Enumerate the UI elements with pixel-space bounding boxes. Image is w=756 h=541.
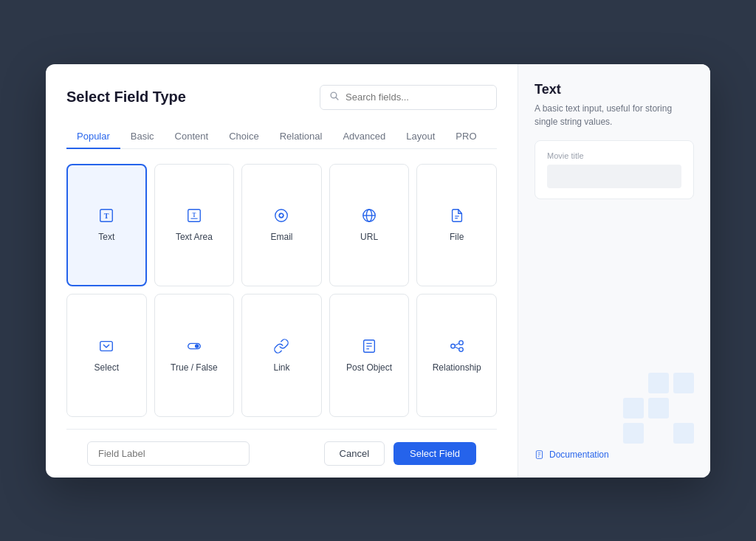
field-label-link: Link <box>273 362 289 373</box>
ghost-cell <box>648 423 669 444</box>
field-card-email[interactable]: Email <box>241 164 322 287</box>
field-label-input[interactable] <box>87 441 250 466</box>
search-icon <box>329 91 340 104</box>
file-icon <box>449 207 465 226</box>
preview-description: A basic text input, useful for storing s… <box>535 102 694 128</box>
tab-pro[interactable]: PRO <box>445 125 487 149</box>
svg-rect-14 <box>100 341 113 351</box>
cancel-button[interactable]: Cancel <box>324 441 385 466</box>
field-card-select[interactable]: Select <box>66 294 147 417</box>
documentation-link[interactable]: Documentation <box>535 449 694 460</box>
field-label-post-object: Post Object <box>346 362 392 373</box>
field-card-text[interactable]: T Text <box>66 164 147 287</box>
textarea-icon: T <box>186 207 202 226</box>
field-grid: T Text T Text Area <box>66 149 497 429</box>
url-icon <box>361 207 377 226</box>
field-label-relationship: Relationship <box>433 362 481 373</box>
field-label-true-false: True / False <box>171 362 218 373</box>
field-label-file: File <box>450 232 464 242</box>
ghost-cell <box>673 398 694 418</box>
field-card-true-false[interactable]: True / False <box>154 294 235 417</box>
select-field-button[interactable]: Select Field <box>394 442 476 465</box>
ghost-cell <box>623 373 644 393</box>
link-icon <box>273 338 289 356</box>
footer-row: Cancel Select Field <box>66 429 497 478</box>
svg-point-8 <box>275 210 288 222</box>
preview-card: Movie title <box>535 140 694 199</box>
post-object-icon <box>361 338 377 356</box>
svg-point-16 <box>195 344 199 348</box>
ghost-cell <box>648 373 669 393</box>
preview-field-label: Movie title <box>547 151 681 160</box>
svg-line-25 <box>455 347 459 349</box>
preview-title: Text <box>535 82 694 97</box>
text-icon: T <box>98 207 114 226</box>
modal-title: Select Field Type <box>66 89 186 106</box>
svg-text:T: T <box>104 212 109 220</box>
tab-basic[interactable]: Basic <box>120 125 165 149</box>
documentation-label: Documentation <box>549 449 609 460</box>
svg-point-22 <box>458 340 463 345</box>
select-icon <box>98 338 114 356</box>
email-icon <box>273 207 289 226</box>
left-panel: Select Field Type Popular Basic Content <box>46 64 518 478</box>
svg-line-24 <box>455 343 459 345</box>
svg-point-23 <box>458 348 463 352</box>
field-label-textarea: Text Area <box>176 232 213 242</box>
svg-text:T: T <box>192 212 196 218</box>
ghost-cell <box>673 373 694 393</box>
ghost-cell <box>623 423 644 444</box>
ghost-blocks <box>535 211 694 449</box>
tab-layout[interactable]: Layout <box>396 125 445 149</box>
field-card-url[interactable]: URL <box>329 164 410 287</box>
field-card-link[interactable]: Link <box>241 294 322 417</box>
tabs: Popular Basic Content Choice Relational … <box>66 125 497 149</box>
search-input[interactable] <box>346 92 487 103</box>
header-row: Select Field Type <box>66 85 497 110</box>
preview-input-mock <box>547 165 681 188</box>
field-card-textarea[interactable]: T Text Area <box>154 164 235 287</box>
tab-relational[interactable]: Relational <box>269 125 333 149</box>
field-card-file[interactable]: File <box>416 164 497 287</box>
ghost-cell <box>623 398 644 418</box>
field-label-url: URL <box>360 232 378 242</box>
field-label-text: Text <box>98 232 114 242</box>
tab-choice[interactable]: Choice <box>219 125 269 149</box>
select-field-type-modal: Select Field Type Popular Basic Content <box>46 64 710 478</box>
field-label-email: Email <box>270 232 292 242</box>
true-false-icon <box>186 338 202 356</box>
ghost-cell <box>648 398 669 418</box>
svg-point-21 <box>450 344 455 348</box>
relationship-icon <box>449 338 465 356</box>
ghost-cell <box>673 423 694 444</box>
svg-line-1 <box>336 97 338 99</box>
ghost-grid <box>623 373 694 444</box>
search-box[interactable] <box>320 85 497 110</box>
tab-advanced[interactable]: Advanced <box>332 125 396 149</box>
modal-body: Select Field Type Popular Basic Content <box>46 64 710 478</box>
field-label-select: Select <box>94 362 119 373</box>
field-card-relationship[interactable]: Relationship <box>416 294 497 417</box>
right-panel: Text A basic text input, useful for stor… <box>518 64 710 478</box>
tab-popular[interactable]: Popular <box>66 125 120 149</box>
doc-icon <box>535 449 545 460</box>
field-card-post-object[interactable]: Post Object <box>329 294 410 417</box>
tab-content[interactable]: Content <box>165 125 219 149</box>
